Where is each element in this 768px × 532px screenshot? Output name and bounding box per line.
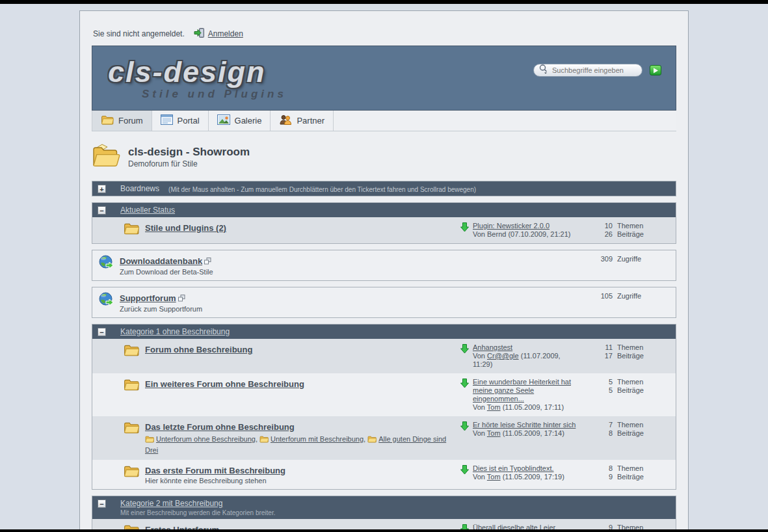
beitraege-count: 26 — [579, 230, 613, 239]
boardnews-label: Boardnews — [120, 184, 159, 193]
lastpost-date: (07.10.2009, 21:21) — [508, 230, 570, 238]
beitraege-label: Beiträge — [617, 386, 651, 395]
search-submit-button[interactable] — [650, 65, 661, 75]
partners-icon — [279, 114, 292, 127]
forum-row: Ein weiteres Forum ohne Beschreibung Ein… — [92, 373, 676, 416]
forum-row: Stile und Plugins (2) Plugin: Newsticker… — [92, 217, 676, 243]
lastpost-arrow-icon[interactable] — [460, 465, 469, 481]
themen-label: Themen — [617, 464, 651, 473]
beitraege-count: 8 — [579, 429, 613, 438]
tab-partner[interactable]: Partner — [271, 111, 334, 131]
lastpost-title-link[interactable]: Anhangstest — [473, 343, 512, 351]
site-logo-subtitle: Stile und Plugins — [142, 88, 287, 101]
external-link-icon — [204, 256, 211, 267]
lastpost-title-link[interactable]: Eine wunderbare Heiterkeit hat meine gan… — [473, 378, 571, 403]
collapse-button[interactable]: − — [98, 499, 106, 508]
lastpost-von: Von — [473, 473, 485, 481]
category-title-link[interactable]: Kategorie 2 mit Beschreibung — [120, 499, 275, 508]
lastpost-arrow-icon[interactable] — [460, 344, 469, 369]
tab-label: Forum — [118, 116, 143, 126]
forum-row: Das erste Forum mit Beschreibung Hier kö… — [92, 460, 676, 489]
folder-icon — [124, 378, 139, 393]
tab-portal[interactable]: Portal — [152, 111, 209, 131]
forum-stats: 11Themen 17Beiträge — [579, 343, 669, 360]
collapse-button[interactable]: − — [98, 206, 106, 215]
lastpost-cell: Plugin: Newsticker 2.0.0 Von Bernd (07.1… — [460, 222, 579, 239]
boardnews-box: + Boardnews (Mit der Maus anhalten - Zum… — [92, 181, 676, 196]
external-link-icon — [178, 293, 185, 304]
subforum-link[interactable]: Unterforum mit Beschreibung — [271, 435, 364, 443]
forum-link[interactable]: Das letzte Forum ohne Beschreibung — [145, 422, 295, 432]
lastpost-author-link[interactable]: Cr@@gle — [487, 352, 519, 360]
lastpost-date: (11.05.2009, 17:11) — [503, 403, 564, 411]
subfolder-icon — [145, 436, 154, 444]
subforum-link[interactable]: Unterforum ohne Beschreibung — [156, 435, 256, 443]
tab-galerie[interactable]: Galerie — [209, 111, 271, 131]
site-header: cls-design Stile und Plugins — [92, 46, 676, 111]
zugriffe-count: 105 — [579, 292, 613, 300]
lastpost-arrow-icon[interactable] — [460, 222, 469, 239]
forum-link[interactable]: Ein weiteres Forum ohne Beschreibung — [145, 379, 304, 389]
lastpost-author-link[interactable]: Tom — [487, 429, 501, 437]
beitraege-count: 17 — [579, 352, 613, 360]
forum-folder-icon — [101, 114, 114, 127]
beitraege-count: 9 — [579, 473, 613, 481]
category-header: − Aktueller Status — [92, 203, 676, 217]
lastpost-title-link[interactable]: Er hörte leise Schritte hinter sich — [473, 421, 576, 429]
forum-row: Das letzte Forum ohne Beschreibung Unter… — [92, 416, 676, 460]
link-forum-row: Downloaddatenbank Zum Download der Beta-… — [92, 250, 676, 280]
main-navigation: Forum Portal Galerie Partner — [92, 111, 676, 131]
globe-link-icon — [99, 292, 114, 310]
link-forum-description: Zum Download der Beta-Stile — [120, 268, 213, 276]
subforum-list: Unterforum ohne Beschreibung, Unterforum… — [145, 434, 460, 455]
lastpost-title-link[interactable]: Dies ist ein Typoblindtext. — [473, 464, 554, 472]
lastpost-title-link[interactable]: Plugin: Newsticker 2.0.0 — [473, 222, 550, 230]
expand-button[interactable]: + — [98, 185, 106, 193]
beitraege-label: Beiträge — [617, 429, 651, 438]
beitraege-label: Beiträge — [617, 473, 651, 481]
category-title-link[interactable]: Aktueller Status — [120, 206, 175, 215]
category-title-link[interactable]: Kategorie 1 ohne Beschreibung — [120, 327, 230, 336]
link-forum-link[interactable]: Downloaddatenbank — [120, 256, 202, 266]
forum-description: Hier könnte eine Beschreibung stehen — [145, 477, 285, 485]
link-forum-link[interactable]: Supportforum — [120, 293, 176, 303]
link-forum-box: Supportforum Zurück zum Supportforum 105… — [92, 287, 676, 318]
search-box — [533, 64, 642, 77]
page-title-block: cls-design - Showroom Demoforum für Stil… — [92, 142, 676, 172]
login-bar: Sie sind nicht angemeldet. Anmelden — [93, 28, 676, 40]
forum-stats: 8Themen 9Beiträge — [579, 464, 669, 481]
themen-label: Themen — [617, 378, 651, 386]
lastpost-date: (11.05.2009, 17:19) — [503, 473, 564, 481]
search-area — [533, 64, 661, 77]
lastpost-arrow-icon[interactable] — [460, 379, 469, 412]
lastpost-author-link[interactable]: Tom — [487, 403, 501, 411]
category-box-status: − Aktueller Status Stile und Plugins (2)… — [92, 202, 676, 244]
subforum-separator: , — [256, 435, 258, 443]
link-forum-description: Zurück zum Supportforum — [120, 305, 202, 313]
forum-link[interactable]: Forum ohne Beschreibung — [145, 345, 252, 354]
search-input[interactable] — [552, 66, 629, 74]
forum-stats: 7Themen 8Beiträge — [579, 421, 669, 438]
forum-page-container: Sie sind nicht angemeldet. Anmelden cls-… — [79, 10, 689, 532]
tab-forum[interactable]: Forum — [92, 111, 152, 131]
lastpost-von: Von — [473, 352, 485, 360]
lastpost-date: (11.05.2009, 17:14) — [503, 429, 564, 437]
folder-icon — [124, 464, 139, 480]
beitraege-label: Beiträge — [617, 352, 651, 360]
lastpost-author-link[interactable]: Tom — [487, 473, 501, 481]
link-forum-stats: 309Zugriffe — [579, 255, 669, 263]
login-link[interactable]: Anmelden — [208, 29, 243, 38]
gallery-icon — [217, 114, 230, 127]
search-icon[interactable] — [538, 64, 549, 77]
beitraege-count: 5 — [579, 386, 613, 395]
forum-link[interactable]: Das erste Forum mit Beschreibung — [145, 466, 285, 475]
zugriffe-count: 309 — [579, 255, 613, 263]
zugriffe-label: Zugriffe — [617, 255, 651, 263]
lastpost-von: Von — [473, 230, 485, 238]
folder-icon — [124, 421, 139, 436]
collapse-button[interactable]: − — [98, 328, 106, 336]
lastpost-arrow-icon[interactable] — [460, 421, 469, 438]
boardnews-bar: + Boardnews (Mit der Maus anhalten - Zum… — [92, 181, 676, 196]
themen-count: 11 — [579, 343, 613, 352]
forum-link[interactable]: Stile und Plugins (2) — [145, 223, 226, 233]
